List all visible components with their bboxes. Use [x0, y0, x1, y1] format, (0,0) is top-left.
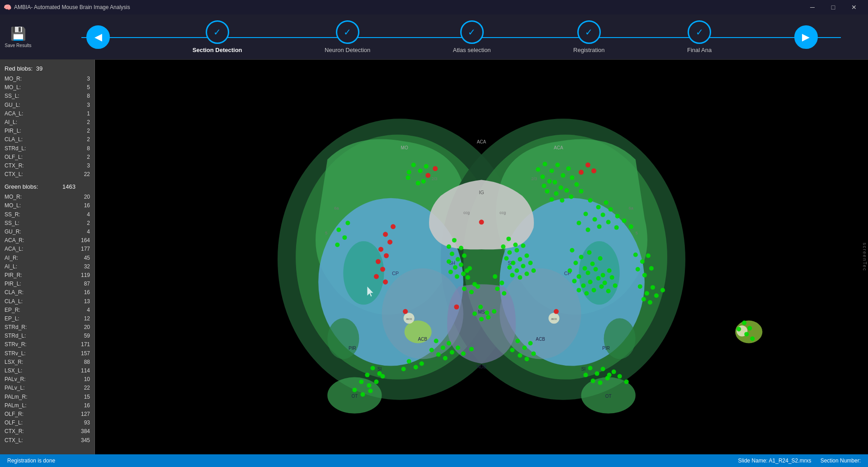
stat-value: 3 [76, 101, 90, 110]
stat-value: 384 [76, 427, 90, 436]
svg-point-238 [585, 162, 590, 167]
svg-point-82 [615, 214, 620, 219]
svg-point-98 [576, 274, 581, 279]
svg-text:IG: IG [479, 190, 484, 195]
stat-label: OLF_L: [5, 153, 23, 162]
svg-point-120 [649, 266, 654, 271]
svg-point-228 [387, 239, 392, 244]
svg-point-138 [528, 341, 533, 345]
stat-label: LSX_R: [5, 358, 23, 367]
svg-text:ACB: ACB [536, 337, 545, 342]
stat-label: CLA_L: [5, 135, 23, 144]
forward-circle[interactable]: ▶ [794, 25, 818, 49]
svg-point-58 [558, 186, 563, 190]
svg-point-13 [343, 241, 384, 305]
stat-label: AI_R: [5, 254, 18, 262]
svg-point-67 [579, 189, 583, 194]
divider1 [5, 179, 90, 183]
list-item: OLF_L:2 [5, 153, 90, 162]
stat-value: 8 [76, 144, 90, 153]
stat-label: CTX_R: [5, 162, 24, 170]
svg-text:2/3: 2/3 [432, 176, 438, 181]
step-atlas-selection[interactable]: ✓ Atlas selection [453, 20, 491, 53]
svg-point-104 [581, 283, 586, 288]
stat-value: 15 [76, 393, 90, 401]
stat-label: SS_R: [5, 210, 20, 219]
svg-point-112 [599, 284, 604, 289]
svg-point-152 [380, 374, 385, 379]
svg-point-72 [416, 181, 420, 186]
close-button[interactable]: ✕ [844, 0, 864, 14]
list-item: CTX_R:384 [5, 427, 90, 436]
stat-value: 8 [76, 92, 90, 100]
svg-point-177 [654, 293, 659, 298]
svg-point-169 [736, 327, 741, 331]
step-neuron-detection[interactable]: ✓ Neuron Detection [325, 20, 370, 53]
list-item: STRv_R:171 [5, 340, 90, 349]
canvas-area: IG CP CP SH SH MS ACB ACB NDB SI SI OT O… [95, 60, 868, 454]
svg-point-50 [540, 175, 545, 179]
stat-label: GU_L: [5, 101, 20, 110]
svg-point-131 [450, 350, 454, 354]
svg-point-108 [610, 275, 614, 280]
list-item: STRd_R:20 [5, 323, 90, 332]
svg-point-56 [566, 167, 571, 171]
stat-label: PALv_L: [5, 384, 24, 392]
svg-point-15 [327, 318, 359, 359]
svg-point-76 [596, 205, 601, 210]
step-registration[interactable]: ✓ Registration [573, 20, 604, 53]
svg-point-170 [744, 332, 749, 336]
svg-point-96 [598, 256, 603, 261]
stat-value: 119 [76, 271, 90, 280]
step-forward[interactable]: ▶ [794, 25, 818, 49]
svg-point-184 [493, 274, 497, 279]
svg-point-174 [651, 285, 655, 290]
list-item: PALv_L:22 [5, 384, 90, 392]
svg-point-237 [579, 170, 584, 175]
svg-point-60 [545, 189, 549, 194]
svg-point-239 [591, 168, 596, 173]
stat-value: 114 [76, 367, 90, 375]
svg-point-181 [462, 286, 467, 291]
svg-point-221 [528, 261, 533, 265]
svg-point-157 [595, 372, 599, 376]
stat-value: 2 [76, 135, 90, 144]
svg-point-241 [403, 309, 408, 314]
svg-point-134 [469, 347, 474, 351]
svg-point-52 [547, 179, 552, 184]
svg-point-124 [335, 243, 340, 247]
step-final-analysis[interactable]: ✓ Final Ana [687, 20, 712, 53]
svg-point-66 [569, 195, 573, 199]
stat-value: 2 [76, 127, 90, 135]
svg-point-201 [453, 265, 458, 270]
stat-value: 4 [76, 228, 90, 236]
svg-point-51 [555, 163, 560, 167]
svg-point-140 [524, 357, 529, 362]
svg-point-208 [506, 237, 511, 241]
stat-label: CTX_L: [5, 436, 23, 445]
list-item: ACA_L:1 [5, 110, 90, 118]
stat-value: 157 [76, 349, 90, 358]
svg-point-193 [492, 309, 496, 314]
minimize-button[interactable]: ─ [802, 0, 823, 14]
svg-point-156 [588, 366, 593, 371]
maximize-button[interactable]: □ [823, 0, 844, 14]
step2-circle: ✓ [336, 20, 359, 44]
svg-text:PIR: PIR [349, 346, 356, 351]
svg-point-109 [576, 288, 581, 292]
stat-value: 20 [76, 323, 90, 332]
svg-point-62 [564, 188, 569, 193]
back-circle[interactable]: ◀ [86, 25, 110, 49]
stat-value: 10 [76, 375, 90, 384]
svg-point-232 [380, 267, 385, 272]
svg-point-158 [601, 367, 605, 372]
step2-label: Neuron Detection [325, 47, 370, 53]
svg-point-69 [418, 169, 423, 173]
stat-value: 1 [76, 110, 90, 118]
list-item: CTX_L:345 [5, 436, 90, 445]
step-section-detection[interactable]: ✓ Section Detection [193, 20, 242, 53]
step3-label: Atlas selection [453, 47, 491, 53]
save-button[interactable]: 💾 Save Results [0, 23, 36, 52]
stat-label: AI_L: [5, 118, 17, 127]
step-back[interactable]: ◀ [86, 25, 110, 49]
